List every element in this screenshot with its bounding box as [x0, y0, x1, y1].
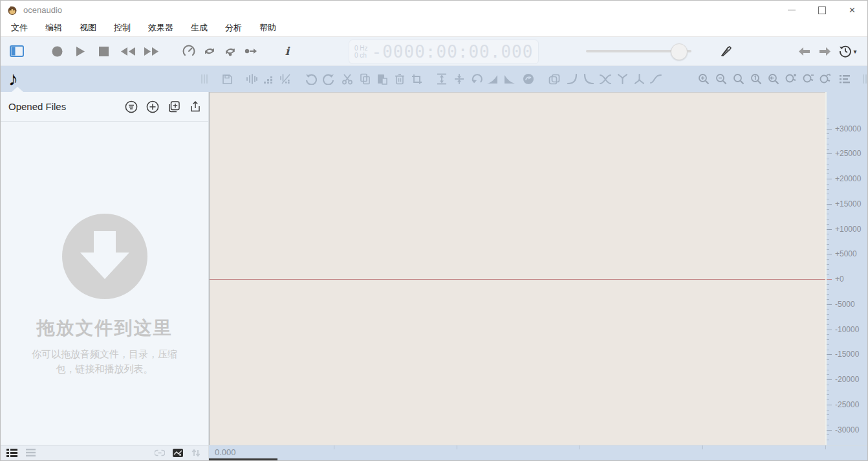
smooth-curve-button[interactable] — [648, 71, 664, 87]
ruler-tick — [827, 390, 829, 390]
ruler-tick — [827, 405, 832, 405]
close-button[interactable]: × — [837, 1, 867, 19]
save-button[interactable] — [219, 71, 235, 87]
copy-button[interactable] — [357, 71, 373, 87]
ruler-tick — [827, 234, 829, 234]
fade-out-button[interactable] — [502, 71, 517, 87]
toggle-sidebar-button[interactable] — [8, 43, 25, 60]
channel-levels-button[interactable] — [837, 71, 852, 87]
loop-playback-button[interactable] — [201, 43, 218, 60]
zoom-one-to-one-icon — [750, 73, 762, 85]
vertical-zoom-in-button[interactable] — [783, 71, 798, 87]
volume-slider-handle[interactable] — [671, 43, 688, 60]
export-file-button[interactable] — [189, 100, 202, 113]
amplitude-ruler[interactable]: +30000+25000+20000+15000+10000+5000+0-50… — [825, 92, 867, 445]
vertical-zoom-reset-button[interactable] — [817, 71, 832, 87]
trim-button[interactable] — [409, 71, 424, 87]
sidebar-header-actions — [125, 100, 202, 113]
reverse-button[interactable] — [469, 71, 484, 87]
clone-icon — [548, 74, 560, 85]
curve-concave-button[interactable] — [581, 71, 596, 87]
time-ruler[interactable]: 0.000 — [209, 445, 867, 460]
filter-icon — [125, 100, 138, 113]
ruler-tick — [827, 284, 829, 285]
menu-edit[interactable]: 编辑 — [45, 22, 62, 34]
delete-button[interactable] — [392, 71, 407, 87]
paste-button[interactable] — [374, 71, 390, 87]
spectrogram-view-button[interactable] — [261, 71, 276, 87]
clone-selection-button[interactable] — [547, 71, 562, 87]
navigate-back-button[interactable] — [796, 43, 812, 60]
play-button[interactable] — [72, 43, 89, 60]
new-group-button[interactable] — [168, 100, 180, 113]
split-view-button[interactable] — [277, 71, 293, 87]
minimize-button[interactable] — [776, 1, 807, 19]
ruler-tick — [827, 354, 832, 355]
navigate-forward-button[interactable] — [816, 43, 833, 60]
cut-button[interactable] — [340, 71, 355, 87]
curve-convex-button[interactable] — [564, 71, 580, 87]
ruler-tick — [827, 229, 832, 230]
sort-files-button[interactable] — [190, 447, 202, 458]
ruler-tick — [827, 350, 829, 350]
menu-help[interactable]: 帮助 — [259, 22, 276, 34]
dropzone-title: 拖放文件到这里 — [1, 316, 208, 341]
ruler-tick — [827, 139, 829, 139]
split-curve-button[interactable] — [614, 71, 630, 87]
normalize-button[interactable] — [521, 71, 536, 87]
show-minimap-button[interactable] — [172, 447, 184, 458]
amplify-button[interactable] — [434, 71, 450, 87]
compact-list-icon — [26, 449, 36, 456]
zoom-out-button[interactable] — [713, 71, 729, 87]
playback-speed-button[interactable] — [180, 43, 197, 60]
horizontal-scrollbar-thumb[interactable] — [209, 458, 277, 460]
waveform-view-button[interactable] — [244, 71, 259, 87]
ruler-tick — [827, 153, 832, 154]
waveform-editor[interactable] — [209, 92, 825, 445]
zoom-back-button[interactable] — [766, 71, 781, 87]
vertical-zoom-out-button[interactable] — [800, 71, 816, 87]
link-files-button[interactable] — [154, 447, 166, 458]
toolbar-drag-handle[interactable] — [197, 71, 212, 87]
maximize-button[interactable] — [807, 1, 837, 19]
zoom-in-button[interactable] — [696, 71, 711, 87]
share-icon — [189, 100, 202, 113]
toolbar-end-drag-handle[interactable] — [858, 71, 868, 87]
redo-button[interactable] — [321, 71, 336, 87]
file-dropzone[interactable]: 拖放文件到这里 你可以拖放音频文件，目录，压缩包，链接和播放列表。 — [1, 122, 208, 376]
menu-generate[interactable]: 生成 — [191, 22, 208, 34]
zoom-full-button[interactable] — [748, 71, 764, 87]
history-clock-icon — [839, 45, 852, 58]
undo-button[interactable] — [303, 71, 319, 87]
fast-forward-button[interactable] — [142, 43, 161, 60]
file-info-button[interactable]: i — [279, 43, 296, 60]
compact-list-view-button[interactable] — [25, 447, 36, 458]
detailed-list-view-button[interactable] — [6, 447, 17, 458]
crossfade-button[interactable] — [598, 71, 613, 87]
edit-toolbar: ♪ — [1, 66, 867, 92]
editing-pen-button[interactable] — [717, 43, 734, 60]
rewind-button[interactable] — [118, 43, 138, 60]
ruler-tick — [827, 269, 829, 270]
ruler-tick — [827, 194, 829, 194]
record-button[interactable] — [49, 43, 65, 60]
play-from-cursor-button[interactable] — [243, 43, 259, 60]
curve-concave-icon — [583, 74, 594, 84]
ruler-tick — [827, 264, 829, 265]
menu-file[interactable]: 文件 — [11, 22, 28, 34]
menu-analyze[interactable]: 分析 — [225, 22, 242, 34]
filter-files-button[interactable] — [125, 100, 138, 113]
fade-in-button[interactable] — [484, 71, 500, 87]
history-button[interactable]: ▾ — [837, 43, 859, 60]
merge-curve-button[interactable] — [631, 71, 647, 87]
loop-selection-button[interactable] — [222, 43, 239, 60]
add-file-button[interactable] — [146, 100, 159, 113]
stop-button[interactable] — [95, 43, 112, 60]
ruler-label: -5000 — [835, 300, 855, 309]
menu-control[interactable]: 控制 — [114, 22, 131, 34]
reduce-gain-button[interactable] — [451, 71, 467, 87]
drop-arrow-icon — [62, 214, 147, 299]
menu-view[interactable]: 视图 — [80, 22, 96, 34]
zoom-selection-button[interactable] — [731, 71, 746, 87]
menu-effects[interactable]: 效果器 — [148, 22, 173, 34]
